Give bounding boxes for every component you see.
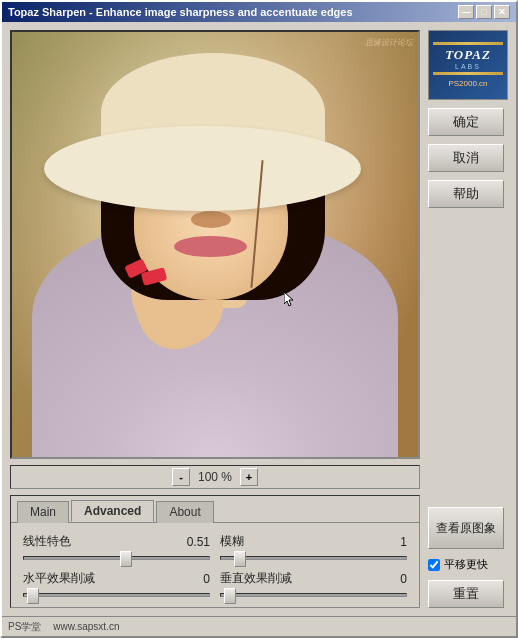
portrait: 思缘设计论坛 bbox=[12, 32, 418, 457]
blur-slider[interactable] bbox=[220, 556, 407, 560]
linearity-slider[interactable] bbox=[23, 556, 210, 560]
title-bar: Topaz Sharpen - Enhance image sharpness … bbox=[2, 2, 516, 22]
vertical-label-row: 垂直效果削减 0 bbox=[220, 570, 407, 587]
logo-gold-line bbox=[433, 42, 503, 45]
right-panel: TOPAZ LABS PS2000.cn 确定 取消 帮助 查看原图象 平移更快… bbox=[428, 30, 508, 608]
image-area: 思缘设计论坛 bbox=[10, 30, 420, 459]
zoom-value: 100 % bbox=[198, 470, 232, 484]
zoom-out-button[interactable]: - bbox=[172, 468, 190, 486]
close-button[interactable]: ✕ bbox=[494, 5, 510, 19]
main-window: Topaz Sharpen - Enhance image sharpness … bbox=[0, 0, 518, 638]
zoom-in-button[interactable]: + bbox=[240, 468, 258, 486]
confirm-button[interactable]: 确定 bbox=[428, 108, 504, 136]
tabs-area: Main Advanced About 线性特色 0.51 bbox=[10, 495, 420, 608]
main-content: 思缘设计论坛 - 100 % + Main bbox=[2, 22, 516, 616]
smooth-move-label: 平移更快 bbox=[444, 557, 488, 572]
linearity-label: 线性特色 bbox=[23, 533, 71, 550]
tab-main[interactable]: Main bbox=[17, 501, 69, 523]
window-controls: — □ ✕ bbox=[458, 5, 510, 19]
blur-label-row: 模糊 1 bbox=[220, 533, 407, 550]
tab-about[interactable]: About bbox=[156, 501, 213, 523]
linearity-thumb[interactable] bbox=[120, 551, 132, 567]
linearity-label-row: 线性特色 0.51 bbox=[23, 533, 210, 550]
maximize-button[interactable]: □ bbox=[476, 5, 492, 19]
spacer bbox=[428, 216, 508, 499]
vertical-label: 垂直效果削减 bbox=[220, 570, 292, 587]
logo-site-text: PS2000.cn bbox=[448, 79, 487, 88]
svg-marker-0 bbox=[284, 292, 293, 306]
logo-gold-line-2 bbox=[433, 72, 503, 75]
vertical-value: 0 bbox=[377, 572, 407, 586]
watermark: 思缘设计论坛 bbox=[365, 37, 413, 48]
blur-control: 模糊 1 bbox=[220, 533, 407, 560]
cancel-button[interactable]: 取消 bbox=[428, 144, 504, 172]
left-panel: 思缘设计论坛 - 100 % + Main bbox=[10, 30, 420, 608]
vertical-thumb[interactable] bbox=[224, 588, 236, 604]
horizontal-thumb[interactable] bbox=[27, 588, 39, 604]
tab-advanced[interactable]: Advanced bbox=[71, 500, 154, 522]
vertical-control: 垂直效果削减 0 bbox=[220, 570, 407, 597]
minimize-button[interactable]: — bbox=[458, 5, 474, 19]
view-original-button[interactable]: 查看原图象 bbox=[428, 507, 504, 549]
controls-grid: 线性特色 0.51 模糊 1 bbox=[23, 533, 407, 597]
horizontal-label: 水平效果削减 bbox=[23, 570, 95, 587]
cursor-indicator bbox=[284, 292, 296, 308]
blur-value: 1 bbox=[377, 535, 407, 549]
tab-content-advanced: 线性特色 0.51 模糊 1 bbox=[11, 522, 419, 607]
help-button[interactable]: 帮助 bbox=[428, 180, 504, 208]
horizontal-label-row: 水平效果削减 0 bbox=[23, 570, 210, 587]
horizontal-slider[interactable] bbox=[23, 593, 210, 597]
bottom-right-text: www.sapsxt.cn bbox=[53, 621, 119, 632]
smooth-move-row: 平移更快 bbox=[428, 557, 508, 572]
bottom-bar: PS学堂 www.sapsxt.cn bbox=[2, 616, 516, 636]
linearity-control: 线性特色 0.51 bbox=[23, 533, 210, 560]
vertical-slider[interactable] bbox=[220, 593, 407, 597]
zoom-bar: - 100 % + bbox=[10, 465, 420, 489]
horizontal-value: 0 bbox=[180, 572, 210, 586]
horizontal-control: 水平效果削减 0 bbox=[23, 570, 210, 597]
topaz-logo: TOPAZ LABS PS2000.cn bbox=[428, 30, 508, 100]
window-title: Topaz Sharpen - Enhance image sharpness … bbox=[8, 6, 353, 18]
bottom-left-text: PS学堂 bbox=[8, 620, 41, 634]
smooth-move-checkbox[interactable] bbox=[428, 559, 440, 571]
logo-topaz-text: TOPAZ bbox=[445, 47, 491, 63]
tab-header: Main Advanced About bbox=[11, 496, 419, 522]
blur-thumb[interactable] bbox=[234, 551, 246, 567]
linearity-value: 0.51 bbox=[180, 535, 210, 549]
logo-labs-text: LABS bbox=[455, 63, 481, 70]
reset-button[interactable]: 重置 bbox=[428, 580, 504, 608]
blur-label: 模糊 bbox=[220, 533, 244, 550]
